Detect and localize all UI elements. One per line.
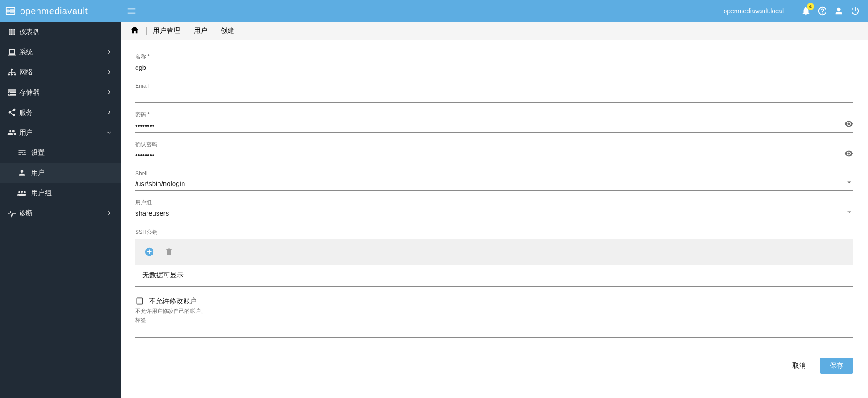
sidebar-sub-users: 设置 用户 用户组	[0, 143, 121, 203]
sidebar-item-services[interactable]: 服务	[0, 102, 121, 122]
save-button[interactable]: 保存	[820, 358, 853, 374]
password-input[interactable]	[135, 120, 853, 133]
hostname[interactable]: openmediavault.local	[718, 7, 789, 15]
hamburger-icon	[126, 6, 137, 16]
name-label: 名称 *	[135, 53, 853, 61]
breadcrumb-home[interactable]	[130, 25, 140, 37]
topbar-divider	[794, 5, 794, 16]
sidebar-item-dashboard[interactable]: 仪表盘	[0, 22, 121, 42]
sidebar-label: 用户组	[31, 189, 113, 197]
content: 用户管理 用户 创建 名称 * Email 密码 * 确认密码	[121, 22, 868, 398]
password-label: 密码 *	[135, 111, 853, 119]
email-input[interactable]	[135, 90, 853, 103]
topbar-right: openmediavault.local 4	[718, 4, 868, 18]
svg-rect-7	[137, 298, 142, 304]
sidebar-item-system[interactable]: 系统	[0, 42, 121, 62]
caret-down-icon	[845, 208, 853, 216]
field-password: 密码 *	[135, 111, 853, 133]
sidebar-item-users-settings[interactable]: 设置	[0, 143, 121, 163]
group-select[interactable]	[135, 207, 853, 220]
power-icon	[850, 6, 860, 16]
breadcrumb-usermgmt[interactable]: 用户管理	[153, 27, 180, 35]
plus-circle-icon	[144, 247, 154, 257]
chevron-right-icon	[105, 209, 113, 217]
help-icon	[817, 6, 827, 16]
shell-dropdown-toggle[interactable]	[845, 178, 853, 188]
eye-icon	[844, 149, 853, 158]
trash-icon	[164, 247, 174, 256]
share-icon	[7, 108, 19, 117]
apps-icon	[7, 27, 19, 37]
sidebar-item-users[interactable]: 用户	[0, 122, 121, 143]
name-input[interactable]	[135, 62, 853, 74]
sidebar-item-users-users[interactable]: 用户	[0, 163, 121, 183]
tags-label: 标签	[135, 316, 853, 324]
checkbox-icon	[135, 297, 144, 306]
menu-toggle-button[interactable]	[121, 6, 142, 16]
sidebar-item-diagnostics[interactable]: 诊断	[0, 203, 121, 223]
groups-icon	[17, 188, 31, 197]
sidebar-label: 设置	[31, 149, 113, 157]
confirm-input[interactable]	[135, 149, 853, 162]
disallow-label: 不允许修改账户	[149, 297, 197, 306]
sidebar-label: 系统	[19, 48, 105, 57]
sidebar-label: 用户	[31, 169, 113, 177]
cancel-button[interactable]: 取消	[787, 358, 811, 374]
person-icon	[17, 168, 31, 177]
sidebar-label: 网络	[19, 68, 105, 77]
field-email: Email	[135, 83, 853, 103]
notifications-button[interactable]: 4	[799, 4, 813, 18]
person-icon	[834, 6, 844, 16]
ssh-keys-box: 无数据可显示	[135, 239, 853, 287]
field-confirm-password: 确认密码	[135, 141, 853, 162]
breadcrumb-sep	[214, 27, 214, 35]
sidebar-label: 诊断	[19, 209, 105, 218]
breadcrumb-sep	[187, 27, 187, 35]
toggle-confirm-visibility[interactable]	[844, 149, 853, 159]
svg-point-2	[7, 9, 8, 10]
group-dropdown-toggle[interactable]	[845, 208, 853, 218]
power-button[interactable]	[848, 4, 863, 18]
disallow-checkbox[interactable]: 不允许修改账户	[135, 297, 853, 306]
sidebar-label: 服务	[19, 108, 105, 117]
sidebar-item-users-groups[interactable]: 用户组	[0, 183, 121, 203]
topbar: openmediavault openmediavault.local 4	[0, 0, 868, 22]
people-icon	[7, 128, 19, 137]
tags-input[interactable]	[135, 325, 853, 338]
help-button[interactable]	[815, 4, 830, 18]
sidebar: 仪表盘 系统 网络 存储器 服务 用户	[0, 22, 121, 398]
storage-icon	[7, 88, 19, 97]
chevron-right-icon	[105, 109, 113, 116]
field-tags: 标签	[135, 316, 853, 338]
tune-icon	[17, 148, 31, 157]
svg-point-3	[7, 12, 8, 13]
eye-icon	[844, 119, 853, 128]
breadcrumb-users[interactable]: 用户	[194, 27, 207, 35]
user-create-form: 名称 * Email 密码 * 确认密码 Shell	[121, 40, 868, 392]
ssh-add-button[interactable]	[144, 247, 154, 257]
shell-select[interactable]	[135, 178, 853, 191]
caret-down-icon	[845, 178, 853, 186]
laptop-icon	[7, 48, 19, 57]
field-name: 名称 *	[135, 53, 853, 74]
account-button[interactable]	[831, 4, 846, 18]
sidebar-label: 仪表盘	[19, 28, 113, 37]
breadcrumb-create[interactable]: 创建	[221, 27, 234, 35]
logo-icon	[5, 6, 16, 16]
brand[interactable]: openmediavault	[0, 0, 121, 22]
ssh-label: SSH公钥	[135, 228, 853, 236]
ssh-delete-button[interactable]	[164, 247, 174, 256]
sidebar-item-network[interactable]: 网络	[0, 62, 121, 82]
network-icon	[7, 68, 19, 77]
confirm-label: 确认密码	[135, 141, 853, 149]
breadcrumb-sep	[146, 27, 147, 35]
heartbeat-icon	[7, 208, 19, 218]
notifications-badge: 4	[807, 3, 814, 10]
chevron-right-icon	[105, 89, 113, 96]
sidebar-item-storage[interactable]: 存储器	[0, 82, 121, 102]
shell-label: Shell	[135, 170, 853, 177]
chevron-right-icon	[105, 48, 113, 56]
disallow-help: 不允许用户修改自己的帐户。	[135, 308, 853, 315]
field-group: 用户组	[135, 199, 853, 220]
toggle-password-visibility[interactable]	[844, 119, 853, 130]
